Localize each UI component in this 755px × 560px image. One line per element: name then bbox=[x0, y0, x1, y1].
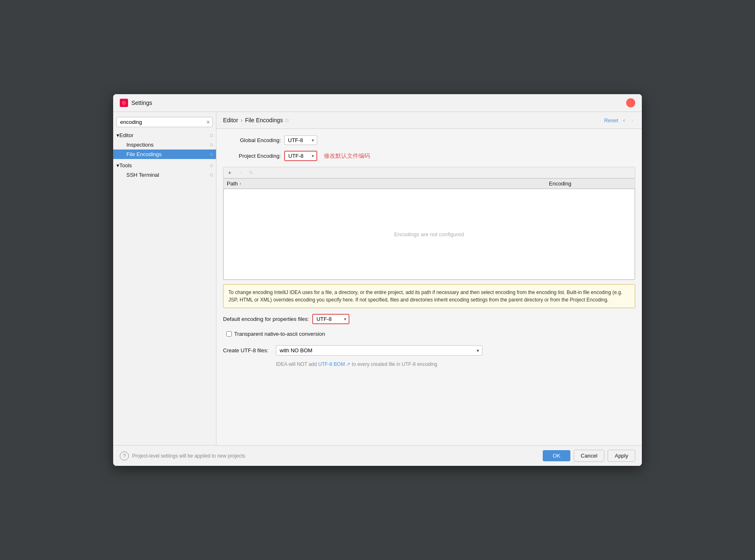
project-encoding-select-wrapper: UTF-8 bbox=[284, 151, 317, 161]
global-encoding-select-wrapper: UTF-8 bbox=[284, 135, 317, 145]
editor-pin-icon: □ bbox=[210, 133, 213, 138]
settings-dialog: 🔴 Settings ✕ ✕ ▾ Editor □ Inspections □ … bbox=[113, 94, 642, 466]
properties-encoding-select[interactable]: UTF-8 bbox=[312, 314, 349, 324]
table-body: Encodings are not configured bbox=[223, 189, 635, 280]
chinese-annotation: 修改默认文件编码 bbox=[324, 152, 370, 160]
bom-hint-suffix: to every created file in UTF-8 encoding bbox=[350, 361, 437, 367]
footer-right: OK Cancel Apply bbox=[543, 450, 635, 462]
inspections-pin-icon: □ bbox=[210, 142, 213, 147]
title-bar: 🔴 Settings ✕ bbox=[113, 94, 642, 112]
bom-hint-prefix: IDEA will NOT add bbox=[276, 361, 318, 367]
tools-toggle-icon: ▾ bbox=[116, 162, 119, 168]
table-toolbar: + − ✎ bbox=[223, 167, 635, 178]
sidebar-item-editor[interactable]: ▾ Editor □ bbox=[113, 131, 216, 140]
encoding-column-header: Encoding bbox=[549, 180, 632, 187]
breadcrumb-pin-icon[interactable]: □ bbox=[285, 118, 288, 123]
apply-button[interactable]: Apply bbox=[608, 450, 635, 462]
ssh-terminal-label: SSH Terminal bbox=[126, 172, 210, 178]
close-button[interactable]: ✕ bbox=[626, 98, 635, 107]
header-right: Reset ‹ › bbox=[604, 116, 635, 124]
hint-box: To change encoding IntelliJ IDEA uses fo… bbox=[223, 284, 635, 308]
add-path-button[interactable]: + bbox=[225, 168, 234, 177]
dialog-body: ✕ ▾ Editor □ Inspections □ File Encoding… bbox=[113, 112, 642, 445]
breadcrumb-sep: › bbox=[241, 117, 243, 123]
create-utf8-row: Create UTF-8 files: with NO BOM with BOM… bbox=[223, 345, 635, 356]
bom-hint: IDEA will NOT add UTF-8 BOM ↗ to every c… bbox=[223, 361, 635, 367]
project-encoding-select[interactable]: UTF-8 bbox=[284, 151, 317, 161]
project-encoding-label: Project Encoding: bbox=[223, 153, 281, 159]
edit-path-button[interactable]: ✎ bbox=[247, 168, 256, 177]
transparent-checkbox[interactable] bbox=[226, 331, 232, 337]
transparent-checkbox-row: Transparent native-to-ascii conversion bbox=[223, 331, 635, 337]
title-bar-left: 🔴 Settings bbox=[120, 99, 152, 107]
bom-hint-link[interactable]: UTF-8 BOM ↗ bbox=[318, 361, 350, 367]
sidebar: ✕ ▾ Editor □ Inspections □ File Encoding… bbox=[113, 112, 216, 445]
tools-pin-icon: □ bbox=[210, 163, 213, 168]
main-header: Editor › File Encodings □ Reset ‹ › bbox=[216, 112, 642, 129]
cancel-button[interactable]: Cancel bbox=[574, 450, 604, 462]
sidebar-item-inspections[interactable]: Inspections □ bbox=[113, 140, 216, 149]
nav-forward-button[interactable]: › bbox=[630, 116, 635, 124]
path-encoding-table: + − ✎ Path ↑ Encoding Encodings are not … bbox=[223, 167, 635, 280]
create-utf8-select-wrapper: with NO BOM with BOM always add BOM bbox=[276, 345, 482, 356]
content-area: Global Encoding: UTF-8 Project Encoding:… bbox=[216, 129, 642, 445]
project-encoding-row: Project Encoding: UTF-8 修改默认文件编码 bbox=[223, 151, 635, 161]
properties-encoding-row: Default encoding for properties files: U… bbox=[223, 314, 635, 324]
breadcrumb: Editor › File Encodings □ bbox=[223, 117, 288, 123]
inspections-label: Inspections bbox=[126, 142, 210, 148]
ssh-terminal-pin-icon: □ bbox=[210, 173, 213, 177]
sidebar-item-file-encodings[interactable]: File Encodings □ bbox=[113, 149, 216, 159]
search-clear-button[interactable]: ✕ bbox=[206, 119, 210, 125]
editor-toggle-icon: ▾ bbox=[116, 132, 119, 138]
file-encodings-pin-icon: □ bbox=[210, 152, 213, 157]
empty-table-text: Encodings are not configured bbox=[394, 231, 464, 237]
remove-path-button[interactable]: − bbox=[236, 168, 245, 177]
app-icon: 🔴 bbox=[120, 99, 128, 107]
properties-encoding-label: Default encoding for properties files: bbox=[223, 316, 309, 322]
editor-label: Editor bbox=[119, 132, 210, 138]
transparent-label[interactable]: Transparent native-to-ascii conversion bbox=[234, 331, 325, 337]
create-utf8-select[interactable]: with NO BOM with BOM always add BOM bbox=[276, 345, 482, 356]
footer-left: ? Project-level settings will be applied… bbox=[120, 451, 245, 460]
search-box: ✕ bbox=[116, 117, 213, 127]
global-encoding-row: Global Encoding: UTF-8 bbox=[223, 135, 635, 145]
window-title: Settings bbox=[131, 100, 152, 106]
reset-button[interactable]: Reset bbox=[604, 117, 618, 123]
global-encoding-label: Global Encoding: bbox=[223, 137, 281, 143]
main-content: Editor › File Encodings □ Reset ‹ › Glob… bbox=[216, 112, 642, 445]
properties-encoding-select-wrapper: UTF-8 bbox=[312, 314, 349, 324]
footer-hint: Project-level settings will be applied t… bbox=[132, 453, 245, 459]
ok-button[interactable]: OK bbox=[543, 450, 570, 461]
breadcrumb-editor: Editor bbox=[223, 117, 238, 123]
nav-back-button[interactable]: ‹ bbox=[622, 116, 627, 124]
sidebar-item-tools[interactable]: ▾ Tools □ bbox=[113, 161, 216, 170]
sidebar-item-ssh-terminal[interactable]: SSH Terminal □ bbox=[113, 170, 216, 180]
help-button[interactable]: ? bbox=[120, 451, 129, 460]
search-input[interactable] bbox=[116, 117, 213, 127]
path-column-header: Path ↑ bbox=[227, 180, 549, 187]
global-encoding-select[interactable]: UTF-8 bbox=[284, 135, 317, 145]
create-utf8-label: Create UTF-8 files: bbox=[223, 347, 273, 354]
tools-label: Tools bbox=[119, 162, 210, 168]
file-encodings-label: File Encodings bbox=[126, 151, 210, 157]
sort-arrow-icon: ↑ bbox=[240, 182, 242, 186]
breadcrumb-current: File Encodings bbox=[245, 117, 283, 123]
hint-text: To change encoding IntelliJ IDEA uses fo… bbox=[228, 289, 622, 303]
table-header: Path ↑ Encoding bbox=[223, 178, 635, 189]
dialog-footer: ? Project-level settings will be applied… bbox=[113, 445, 642, 466]
